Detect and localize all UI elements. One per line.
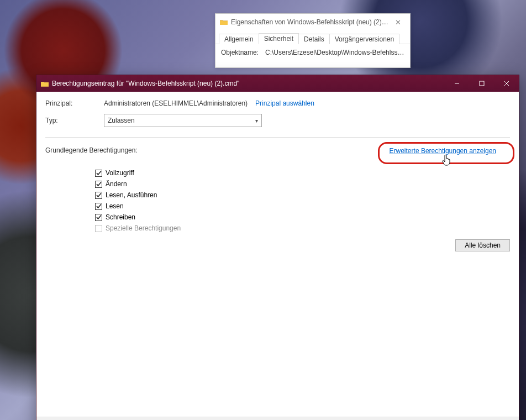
permission-checkbox xyxy=(95,225,102,232)
permission-label: Schreiben xyxy=(106,213,135,221)
permission-title: Berechtigungseintrag für "Windows-Befehl… xyxy=(52,80,444,87)
properties-window: Eigenschaften von Windows-Befehlsskript … xyxy=(215,13,411,68)
permission-item: Spezielle Berechtigungen xyxy=(95,223,510,234)
permission-entry-window: Berechtigungseintrag für "Windows-Befehl… xyxy=(36,75,519,420)
folder-icon xyxy=(220,19,228,25)
type-label: Typ: xyxy=(45,117,104,124)
minimize-button[interactable] xyxy=(444,75,469,92)
basic-permissions-header: Grundlegende Berechtigungen: Erweiterte … xyxy=(45,146,510,164)
svg-rect-0 xyxy=(480,81,484,86)
select-principal-link[interactable]: Prinzipal auswählen xyxy=(255,99,314,107)
principal-label: Prinzipal: xyxy=(45,99,104,107)
divider xyxy=(45,137,510,138)
permission-item: Vollzugriff xyxy=(95,167,510,179)
permission-label: Vollzugriff xyxy=(106,169,134,177)
permission-label: Lesen, Ausführen xyxy=(106,191,157,199)
show-advanced-permissions-link[interactable]: Erweiterte Berechtigungen anzeigen xyxy=(390,147,496,155)
tab-vorgaengerversionen[interactable]: Vorgängerversionen xyxy=(329,34,399,44)
permission-titlebar[interactable]: Berechtigungseintrag für "Windows-Befehl… xyxy=(36,75,519,92)
type-row: Typ: Zulassen ▾ xyxy=(45,114,510,127)
tab-details[interactable]: Details xyxy=(298,34,330,44)
permission-checkbox[interactable] xyxy=(95,181,102,188)
properties-objectname-row: Objektname: C:\Users\Erzesel\Desktop\Win… xyxy=(215,44,410,67)
objectname-label: Objektname: xyxy=(221,49,265,56)
permission-label: Lesen xyxy=(106,202,124,210)
close-button[interactable] xyxy=(494,75,519,92)
properties-title: Eigenschaften von Windows-Befehlsskript … xyxy=(231,18,390,26)
advanced-highlight: Erweiterte Berechtigungen anzeigen xyxy=(378,142,514,164)
permission-label: Ändern xyxy=(106,180,127,188)
permission-item: Lesen, Ausführen xyxy=(95,190,510,201)
principal-value: Administratoren (ESELHIMMEL\Administrato… xyxy=(104,99,248,107)
basic-permissions-label: Grundlegende Berechtigungen: xyxy=(45,146,378,154)
hand-cursor-icon xyxy=(441,154,453,167)
permission-item: Lesen xyxy=(95,201,510,212)
permission-item: Schreiben xyxy=(95,212,510,223)
permission-list: VollzugriffÄndernLesen, AusführenLesenSc… xyxy=(95,167,510,234)
objectname-value: C:\Users\Erzesel\Desktop\Windows-Befehls… xyxy=(265,49,404,56)
delete-all-row: Alle löschen xyxy=(45,239,510,251)
permission-checkbox[interactable] xyxy=(95,214,102,221)
maximize-button[interactable] xyxy=(469,75,494,92)
permission-item: Ändern xyxy=(95,179,510,190)
type-select[interactable]: Zulassen ▾ xyxy=(104,114,262,127)
properties-close-button[interactable]: ✕ xyxy=(390,18,406,27)
permission-client-area: Prinzipal: Administratoren (ESELHIMMEL\A… xyxy=(36,92,519,417)
permission-checkbox[interactable] xyxy=(95,203,102,210)
permission-label: Spezielle Berechtigungen xyxy=(106,224,181,232)
principal-row: Prinzipal: Administratoren (ESELHIMMEL\A… xyxy=(45,99,510,107)
delete-all-button[interactable]: Alle löschen xyxy=(455,239,510,251)
window-buttons xyxy=(444,75,519,92)
type-select-value: Zulassen xyxy=(108,117,135,124)
permission-checkbox[interactable] xyxy=(95,192,102,199)
permission-checkbox[interactable] xyxy=(95,170,102,177)
tab-allgemein[interactable]: Allgemein xyxy=(219,34,259,44)
permission-footer: OK Abbrechen xyxy=(36,417,519,420)
tab-sicherheit[interactable]: Sicherheit xyxy=(259,33,299,44)
properties-tabs: Allgemein Sicherheit Details Vorgängerve… xyxy=(215,30,410,44)
chevron-down-icon: ▾ xyxy=(255,118,258,124)
properties-titlebar[interactable]: Eigenschaften von Windows-Befehlsskript … xyxy=(215,14,410,30)
folder-icon xyxy=(41,81,49,87)
